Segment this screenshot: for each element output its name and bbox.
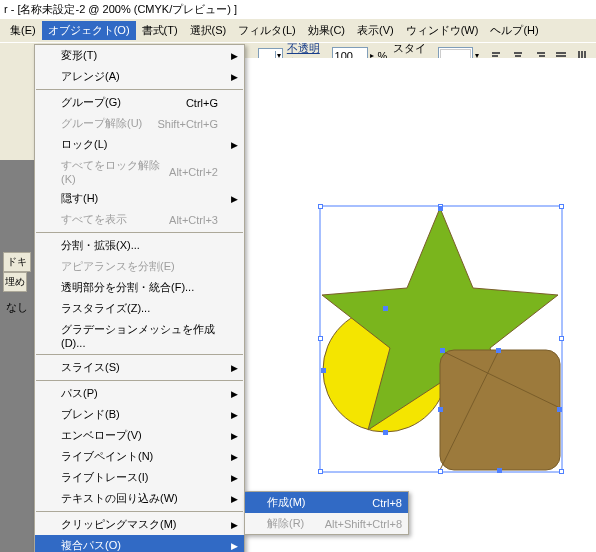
canvas-shapes[interactable] (280, 158, 590, 478)
compound-path-submenu: 作成(M)Ctrl+8解除(R)Alt+Shift+Ctrl+8 (244, 491, 409, 535)
selection-handle[interactable] (559, 469, 564, 474)
menu-type[interactable]: 書式(T) (136, 21, 184, 40)
svg-rect-3 (514, 52, 522, 54)
submenu-arrow-icon: ▶ (231, 194, 238, 204)
pasteboard-gray (0, 160, 38, 552)
submenu-arrow-icon: ▶ (231, 452, 238, 462)
menu-effect[interactable]: 効果(C) (302, 21, 351, 40)
selection-handle[interactable] (318, 469, 323, 474)
anchor-point[interactable] (496, 348, 501, 353)
menu-separator (36, 232, 243, 233)
menu-item-label: 隠す(H) (61, 191, 98, 206)
menu-item[interactable]: 複合パス(O)▶ (35, 535, 244, 552)
menu-item[interactable]: ライブトレース(I)▶ (35, 467, 244, 488)
menu-separator (36, 511, 243, 512)
anchor-point[interactable] (383, 306, 388, 311)
menu-item[interactable]: グラデーションメッシュを作成(D)... (35, 319, 244, 352)
anchor-point[interactable] (438, 206, 443, 211)
menu-item[interactable]: 隠す(H)▶ (35, 188, 244, 209)
menu-item[interactable]: ロック(L)▶ (35, 134, 244, 155)
menu-item-label: グループ(G) (61, 95, 121, 110)
menu-item: アピアランスを分割(E) (35, 256, 244, 277)
svg-rect-6 (537, 52, 545, 54)
menu-window[interactable]: ウィンドウ(W) (400, 21, 485, 40)
menu-item[interactable]: ブレンド(B)▶ (35, 404, 244, 425)
menubar: 集(E) オブジェクト(O) 書式(T) 選択(S) フィルタ(L) 効果(C)… (0, 19, 596, 43)
menu-item-label: 複合パス(O) (61, 538, 121, 552)
menu-select[interactable]: 選択(S) (184, 21, 233, 40)
menu-filter[interactable]: フィルタ(L) (232, 21, 301, 40)
menu-edit[interactable]: 集(E) (4, 21, 42, 40)
selection-handle[interactable] (318, 336, 323, 341)
selection-handle[interactable] (438, 469, 443, 474)
anchor-point[interactable] (438, 407, 443, 412)
menu-item-label: スライス(S) (61, 360, 120, 375)
menu-item[interactable]: 透明部分を分割・統合(F)... (35, 277, 244, 298)
anchor-point[interactable] (557, 407, 562, 412)
submenu-item-label: 解除(R) (267, 516, 304, 531)
left-tab-embed[interactable]: 埋め (3, 272, 27, 292)
menu-item: すべてを表示Alt+Ctrl+3 (35, 209, 244, 230)
menu-item[interactable]: グループ(G)Ctrl+G (35, 92, 244, 113)
menu-item-label: ロック(L) (61, 137, 107, 152)
submenu-item-label: 作成(M) (267, 495, 306, 510)
menu-item[interactable]: エンベロープ(V)▶ (35, 425, 244, 446)
window-title: r - [名称未設定-2 @ 200% (CMYK/プレビュー) ] (0, 0, 596, 19)
submenu-item: 解除(R)Alt+Shift+Ctrl+8 (245, 513, 408, 534)
submenu-arrow-icon: ▶ (231, 140, 238, 150)
menu-item-label: グループ解除(U) (61, 116, 142, 131)
selection-handle[interactable] (318, 204, 323, 209)
menu-item-label: ブレンド(B) (61, 407, 120, 422)
menu-view[interactable]: 表示(V) (351, 21, 400, 40)
menu-object[interactable]: オブジェクト(O) (42, 21, 136, 40)
selection-handle[interactable] (559, 336, 564, 341)
menu-item[interactable]: パス(P)▶ (35, 383, 244, 404)
menu-item-label: 分割・拡張(X)... (61, 238, 140, 253)
submenu-shortcut: Alt+Shift+Ctrl+8 (325, 518, 402, 530)
submenu-arrow-icon: ▶ (231, 72, 238, 82)
anchor-point[interactable] (440, 348, 445, 353)
left-tab-doc[interactable]: ドキ (3, 252, 31, 272)
svg-rect-4 (515, 55, 521, 57)
menu-item[interactable]: ライブペイント(N)▶ (35, 446, 244, 467)
menu-item[interactable]: スライス(S)▶ (35, 357, 244, 378)
submenu-arrow-icon: ▶ (231, 520, 238, 530)
menu-item[interactable]: クリッピングマスク(M)▶ (35, 514, 244, 535)
svg-rect-9 (556, 52, 566, 54)
menu-item[interactable]: テキストの回り込み(W)▶ (35, 488, 244, 509)
anchor-point[interactable] (497, 468, 502, 473)
submenu-item[interactable]: 作成(M)Ctrl+8 (245, 492, 408, 513)
menu-item: グループ解除(U)Shift+Ctrl+G (35, 113, 244, 134)
menu-item-label: テキストの回り込み(W) (61, 491, 178, 506)
menu-item-label: パス(P) (61, 386, 98, 401)
submenu-arrow-icon: ▶ (231, 473, 238, 483)
menu-item-label: アピアランスを分割(E) (61, 259, 175, 274)
menu-item-label: 変形(T) (61, 48, 97, 63)
svg-rect-1 (492, 55, 498, 57)
menu-shortcut: Shift+Ctrl+G (157, 118, 218, 130)
menu-shortcut: Ctrl+G (186, 97, 218, 109)
svg-rect-10 (556, 55, 566, 57)
menu-separator (36, 89, 243, 90)
submenu-arrow-icon: ▶ (231, 389, 238, 399)
anchor-point[interactable] (321, 368, 326, 373)
menu-item[interactable]: 変形(T)▶ (35, 45, 244, 66)
menu-item-label: すべてをロック解除(K) (61, 158, 169, 185)
svg-rect-17 (440, 350, 560, 470)
object-menu-dropdown: 変形(T)▶アレンジ(A)▶グループ(G)Ctrl+Gグループ解除(U)Shif… (34, 44, 245, 552)
submenu-shortcut: Ctrl+8 (372, 497, 402, 509)
menu-item[interactable]: ラスタライズ(Z)... (35, 298, 244, 319)
submenu-arrow-icon: ▶ (231, 494, 238, 504)
menu-help[interactable]: ヘルプ(H) (484, 21, 544, 40)
anchor-point[interactable] (383, 430, 388, 435)
submenu-arrow-icon: ▶ (231, 410, 238, 420)
menu-shortcut: Alt+Ctrl+2 (169, 166, 218, 178)
menu-item-label: ライブトレース(I) (61, 470, 148, 485)
menu-item: すべてをロック解除(K)Alt+Ctrl+2 (35, 155, 244, 188)
selection-handle[interactable] (559, 204, 564, 209)
menu-item-label: ライブペイント(N) (61, 449, 153, 464)
menu-item[interactable]: アレンジ(A)▶ (35, 66, 244, 87)
menu-item[interactable]: 分割・拡張(X)... (35, 235, 244, 256)
menu-item-label: ラスタライズ(Z)... (61, 301, 150, 316)
menu-item-label: すべてを表示 (61, 212, 127, 227)
